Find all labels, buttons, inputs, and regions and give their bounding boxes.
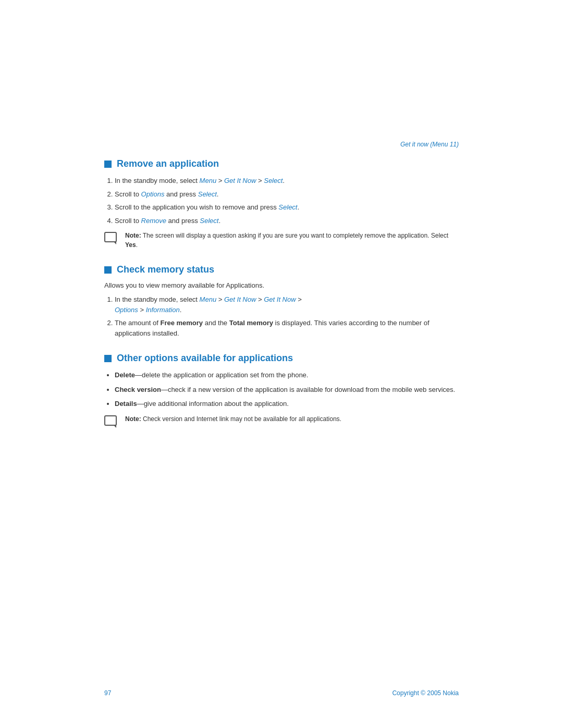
section-icon-remove xyxy=(104,161,112,168)
link-get-it-now-2[interactable]: Get It Now xyxy=(224,295,256,303)
chapter-reference: Get it now (Menu 11) xyxy=(104,141,459,148)
option-details: Details—give additional information abou… xyxy=(115,399,459,409)
memory-step-2: The amount of Free memory and the Total … xyxy=(115,318,459,338)
link-options-1[interactable]: Options xyxy=(141,190,165,198)
svg-marker-1 xyxy=(114,242,116,244)
remove-step-4: Scroll to Remove and press Select. xyxy=(115,216,459,226)
remove-steps-list: In the standby mode, select Menu > Get I… xyxy=(115,176,459,226)
option-delete: Delete—delete the application or applica… xyxy=(115,370,459,380)
other-note-box: Note: Check version and Internet link ma… xyxy=(104,414,459,428)
link-remove[interactable]: Remove xyxy=(141,217,166,225)
remove-note-text: Note: The screen will display a question… xyxy=(125,231,459,250)
copyright-text: Copyright © 2005 Nokia xyxy=(392,689,459,697)
link-menu-2[interactable]: Menu xyxy=(200,295,217,303)
section-icon-memory xyxy=(104,266,112,274)
section-title-other: Other options available for applications xyxy=(117,353,293,364)
note-yes: Yes xyxy=(125,241,136,249)
other-options-list: Delete—delete the application or applica… xyxy=(115,370,459,409)
note-bold-remove: Note: xyxy=(125,232,141,239)
page-footer: 97 Copyright © 2005 Nokia xyxy=(0,689,563,697)
section-icon-other xyxy=(104,355,112,362)
section-remove-application: Remove an application In the standby mod… xyxy=(104,158,459,250)
section-other-options: Other options available for applications… xyxy=(104,353,459,428)
svg-marker-3 xyxy=(114,425,116,428)
page-number: 97 xyxy=(104,689,111,697)
remove-step-2: Scroll to Options and press Select. xyxy=(115,189,459,200)
link-options-2[interactable]: Options xyxy=(115,306,138,314)
section-title-memory: Check memory status xyxy=(117,264,214,275)
memory-intro: Allows you to view memory available for … xyxy=(104,281,459,289)
other-note-text: Note: Check version and Internet link ma… xyxy=(125,414,341,424)
remove-note-box: Note: The screen will display a question… xyxy=(104,231,459,250)
note-icon-other xyxy=(104,415,120,428)
remove-step-3: Scroll to the application you wish to re… xyxy=(115,202,459,213)
note-icon-remove xyxy=(104,232,120,244)
free-memory-label: Free memory xyxy=(160,319,203,327)
section-header-other: Other options available for applications xyxy=(104,353,459,364)
note-bold-other: Note: xyxy=(125,415,141,423)
section-header-memory: Check memory status xyxy=(104,264,459,275)
link-information[interactable]: Information xyxy=(146,306,180,314)
remove-step-1: In the standby mode, select Menu > Get I… xyxy=(115,176,459,186)
link-select-1[interactable]: Select xyxy=(264,177,283,184)
link-select-3[interactable]: Select xyxy=(278,203,297,211)
link-select-2[interactable]: Select xyxy=(198,190,217,198)
memory-steps-list: In the standby mode, select Menu > Get I… xyxy=(115,294,459,338)
link-menu-1[interactable]: Menu xyxy=(200,177,217,184)
section-check-memory: Check memory status Allows you to view m… xyxy=(104,264,459,338)
content-area: Get it now (Menu 11) Remove an applicati… xyxy=(0,0,563,484)
svg-rect-2 xyxy=(105,416,116,425)
link-select-4[interactable]: Select xyxy=(200,217,218,225)
details-label: Details xyxy=(115,400,137,408)
option-check-version: Check version—check if a new version of … xyxy=(115,385,459,395)
chapter-ref-label: Get it now (Menu 11) xyxy=(400,141,459,148)
link-get-it-now-3[interactable]: Get It Now xyxy=(264,295,296,303)
section-title-remove: Remove an application xyxy=(117,158,219,169)
memory-step-1: In the standby mode, select Menu > Get I… xyxy=(115,294,459,315)
check-version-label: Check version xyxy=(115,386,161,393)
section-header-remove: Remove an application xyxy=(104,158,459,169)
delete-label: Delete xyxy=(115,371,135,379)
page-container: Get it now (Menu 11) Remove an applicati… xyxy=(0,0,563,728)
total-memory-label: Total memory xyxy=(229,319,273,327)
link-get-it-now-1[interactable]: Get It Now xyxy=(224,177,256,184)
svg-rect-0 xyxy=(105,232,116,242)
